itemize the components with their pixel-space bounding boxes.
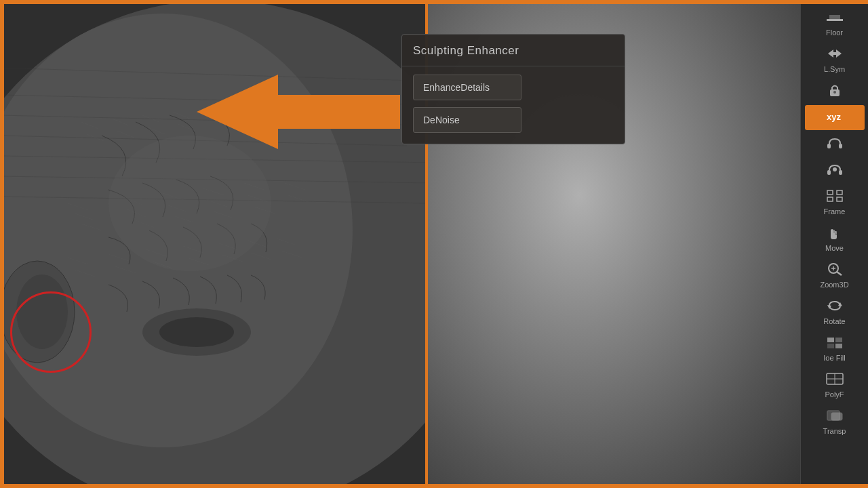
headphones-icon [825,136,844,152]
svg-rect-86 [835,231,837,235]
floor-label: Floor [826,28,843,37]
polyf-icon [825,371,844,388]
svg-rect-82 [837,190,842,195]
toolbar: Floor L.Sym xyz [800,0,868,488]
border-bottom [0,484,868,488]
svg-text:xyz: xyz [827,112,841,122]
border-left [0,0,4,488]
denoise-button[interactable]: DeNoise [413,107,521,133]
toolbar-item-lsym[interactable]: L.Sym [805,42,865,77]
red-circle [10,291,92,373]
svg-rect-77 [839,144,842,148]
border-top [0,0,868,4]
dialog-title: Sculpting Enhancer [413,44,519,57]
svg-point-80 [833,167,837,171]
svg-rect-81 [827,190,833,195]
toolbar-item-xyz[interactable]: xyz [805,105,865,130]
toolbar-item-floor[interactable]: Floor [805,5,865,41]
toolbar-item-polyf[interactable]: PolyF [805,367,865,403]
rotate-icon [825,298,844,315]
transp-label: Transp [823,427,846,435]
rotate-label: Rotate [823,317,845,325]
svg-rect-101 [831,413,842,420]
zoom3d-label: Zoom3D [820,281,848,289]
svg-point-53 [159,317,234,347]
dialog-body: EnhanceDetails DeNoise [402,66,625,144]
ioe-fill-label: Ioe Fill [823,354,845,362]
headphones2-icon [825,162,844,179]
sculpt-left [0,0,434,488]
toolbar-item-headphones2[interactable] [805,158,865,183]
enhance-details-button[interactable]: EnhanceDetails [413,75,521,100]
lsym-icon [825,46,844,63]
svg-rect-96 [835,344,842,348]
move-label: Move [825,244,844,252]
svg-rect-84 [837,197,842,201]
svg-rect-79 [839,170,842,175]
ioe-fill-icon [825,335,844,352]
sculpting-dialog: Sculpting Enhancer EnhanceDetails DeNois… [401,34,625,144]
frame-icon [825,188,844,205]
lock-icon [825,83,844,100]
toolbar-item-rotate[interactable]: Rotate [805,294,865,329]
move-icon [825,225,844,242]
toolbar-item-move[interactable]: Move [805,221,865,256]
left-face-svg [0,0,434,488]
toolbar-item-headphones1[interactable] [805,131,865,157]
svg-rect-76 [827,144,831,148]
viewport: Sculpting Enhancer EnhanceDetails DeNois… [0,0,800,488]
orange-arrow [197,75,400,149]
dialog-header: Sculpting Enhancer [402,35,625,66]
toolbar-item-transp[interactable]: Transp [805,404,865,439]
toolbar-item-lock[interactable] [805,79,865,104]
zoom3d-icon [825,262,844,279]
frame-label: Frame [824,207,846,216]
polyf-label: PolyF [825,390,844,399]
xyz-icon: xyz [825,109,844,126]
svg-rect-72 [829,15,840,19]
toolbar-item-ioe-fill[interactable]: Ioe Fill [805,331,865,366]
svg-rect-95 [827,344,834,348]
svg-rect-83 [827,197,833,201]
lsym-label: L.Sym [824,65,845,73]
svg-rect-85 [833,230,835,233]
floor-icon [825,9,844,26]
svg-rect-94 [835,338,842,342]
toolbar-item-zoom3d[interactable]: Zoom3D [805,258,865,293]
svg-rect-71 [827,19,843,21]
svg-point-74 [833,91,836,94]
transp-icon [825,408,844,425]
svg-marker-70 [197,75,400,149]
svg-point-12 [108,136,271,271]
svg-rect-78 [827,170,831,175]
svg-line-88 [837,272,842,275]
svg-rect-93 [827,338,834,342]
toolbar-item-frame[interactable]: Frame [805,184,865,220]
